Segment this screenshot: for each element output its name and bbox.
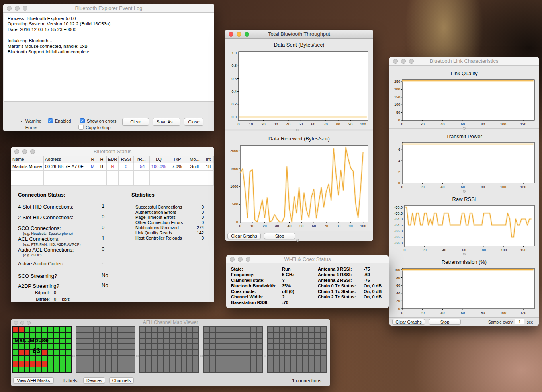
status-table-header-cell[interactable]: Address xyxy=(44,156,88,163)
splitter-dimple[interactable] xyxy=(296,129,299,131)
splitter-dimple[interactable] xyxy=(463,127,466,130)
codec-sublist: Bitpool:0Bitrate:0kb/s xyxy=(30,290,70,304)
close-traffic-light[interactable] xyxy=(14,149,19,154)
status-table-header-cell[interactable]: Int xyxy=(203,156,214,163)
connection-status-value: 1 xyxy=(102,203,104,209)
separator-dimple[interactable] xyxy=(264,355,266,357)
afh-channel-cell xyxy=(274,367,279,372)
status-table-row[interactable] xyxy=(11,171,214,178)
afh-device-name: Mar...Mouse xyxy=(14,337,49,343)
copy-to-tmp-checkbox[interactable]: Copy to /tmp xyxy=(78,125,110,130)
afh-channel-cell xyxy=(187,327,192,332)
show-on-errors-checkbox[interactable]: ✓ Show on errors xyxy=(80,118,117,123)
afh-channel-cell xyxy=(19,356,24,361)
afh-channel-cell xyxy=(285,333,290,337)
afh-channel-cell xyxy=(100,356,105,361)
pane-splitter[interactable] xyxy=(225,129,373,131)
close-traffic-light[interactable] xyxy=(7,6,12,11)
status-table-header-cell[interactable]: Name xyxy=(11,156,44,163)
splitter-dimple[interactable] xyxy=(463,253,466,255)
view-afh-masks-button[interactable]: View AFH Masks xyxy=(13,377,54,384)
afh-channel-cell xyxy=(227,344,233,349)
stop-button[interactable]: Stop xyxy=(429,319,461,325)
stop-button[interactable]: Stop xyxy=(264,233,295,239)
separator-dimple[interactable] xyxy=(200,355,203,357)
svg-text:20: 20 xyxy=(421,311,425,315)
zoom-traffic-light[interactable] xyxy=(245,32,249,37)
clear-graphs-button[interactable]: Clear Graphs xyxy=(227,233,261,239)
clear-graphs-button[interactable]: Clear Graphs xyxy=(392,319,425,325)
afh-block[interactable] xyxy=(203,326,263,373)
afh-channel-cell xyxy=(309,339,314,343)
minimize-traffic-light[interactable] xyxy=(238,257,243,262)
afh-titlebar[interactable]: AFH Channel Map Viewer xyxy=(11,319,330,326)
link-titlebar[interactable]: Bluetooth Link Characteristics xyxy=(389,57,539,66)
status-table-row[interactable]: Martin's Mouse00-26-BB-7F-A7-0EMBN0-5410… xyxy=(11,163,214,171)
afh-channel-cell xyxy=(66,344,71,349)
afh-block[interactable]: Mar...Mouse63 xyxy=(12,326,72,373)
afh-channel-cell xyxy=(315,356,320,361)
event-log-titlebar[interactable]: Bluetooth Explorer Event Log xyxy=(3,4,214,13)
separator-dimple[interactable] xyxy=(136,355,139,357)
minimize-traffic-light[interactable] xyxy=(22,149,27,154)
save-as-button[interactable]: Save As... xyxy=(153,118,180,126)
afh-block[interactable] xyxy=(76,326,135,373)
afh-channel-cell xyxy=(309,361,314,366)
status-table-header-cell[interactable]: R xyxy=(88,156,97,163)
statistics-label: Host Controller Reloads xyxy=(135,236,182,240)
zoom-traffic-light[interactable] xyxy=(246,257,250,262)
status-table-header-cell[interactable]: TxP xyxy=(168,156,186,163)
afh-channel-cell xyxy=(193,344,198,349)
minimize-traffic-light[interactable] xyxy=(401,59,406,64)
afh-channel-cell xyxy=(118,344,123,349)
enabled-checkbox[interactable]: ✓ Enabled xyxy=(48,118,71,123)
wifi-row: Chain 1 Tx Status:On, 0 dB xyxy=(318,289,386,294)
svg-text:0: 0 xyxy=(237,122,239,126)
status-table-header-cell[interactable]: H xyxy=(97,156,107,163)
close-button[interactable]: Close xyxy=(184,118,203,126)
close-traffic-light[interactable] xyxy=(230,257,235,262)
status-table-header-cell[interactable]: rR... xyxy=(134,156,150,163)
afh-channel-cell xyxy=(164,327,169,332)
close-traffic-light[interactable] xyxy=(14,321,18,325)
zoom-traffic-light[interactable] xyxy=(27,321,31,325)
status-table-row[interactable] xyxy=(11,178,214,186)
afh-channel-cell xyxy=(123,327,129,332)
close-traffic-light[interactable] xyxy=(393,59,398,64)
status-table-header-cell[interactable]: RSSI xyxy=(119,156,134,163)
separator-dimple[interactable] xyxy=(72,355,75,357)
afh-channel-cell xyxy=(30,367,35,372)
connection-status-item: A2DP Streaming?No xyxy=(18,282,127,291)
afh-channel-cell xyxy=(216,327,221,332)
zoom-traffic-light[interactable] xyxy=(30,149,35,154)
status-table-header-cell[interactable]: LQ xyxy=(150,156,168,163)
labels-channels-button[interactable]: Channels xyxy=(109,377,134,384)
minimize-traffic-light[interactable] xyxy=(20,321,24,325)
zoom-traffic-light[interactable] xyxy=(23,6,27,11)
resize-dimple[interactable] xyxy=(296,239,299,242)
afh-channel-cell xyxy=(66,350,71,355)
status-titlebar[interactable]: Bluetooth Status xyxy=(11,147,214,156)
status-table-header-cell[interactable]: Mo... xyxy=(186,156,203,163)
afh-block[interactable] xyxy=(267,326,327,373)
afh-channel-cell xyxy=(112,339,117,343)
clear-button[interactable]: Clear xyxy=(122,118,149,126)
minimize-traffic-light[interactable] xyxy=(237,32,241,37)
wifi-row: Channel Width:? xyxy=(231,294,315,300)
splitter-dimple[interactable] xyxy=(463,190,466,193)
afh-channel-cell xyxy=(233,367,239,372)
zoom-traffic-light[interactable] xyxy=(409,59,414,64)
close-traffic-light[interactable] xyxy=(229,32,233,37)
throughput-titlebar[interactable]: Total Bluetooth Throughput xyxy=(225,30,373,39)
afh-block[interactable] xyxy=(139,326,199,373)
wifi-titlebar[interactable]: Wi-Fi & Coex Status xyxy=(226,255,389,263)
afh-channel-cell xyxy=(140,344,145,349)
svg-text:100: 100 xyxy=(500,122,506,126)
status-table-header-cell[interactable]: EDR xyxy=(107,156,119,163)
labels-devices-button[interactable]: Devices xyxy=(83,377,105,384)
sample-interval-input[interactable] xyxy=(515,319,524,324)
afh-channel-cell xyxy=(227,361,233,366)
connection-status-item: 2-Slot HID Connections:0 xyxy=(18,214,127,224)
afh-channel-cell xyxy=(48,350,53,355)
minimize-traffic-light[interactable] xyxy=(15,6,20,11)
